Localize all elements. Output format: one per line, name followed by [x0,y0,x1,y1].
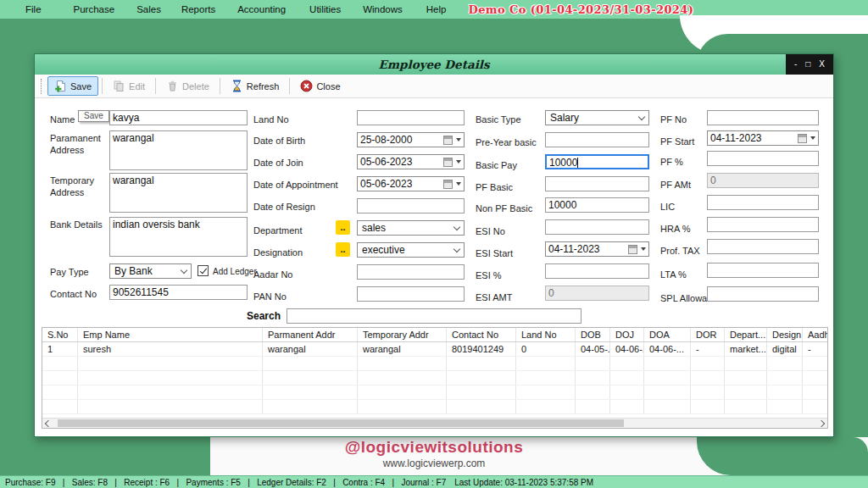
close-button[interactable]: Close [293,76,347,96]
save-tooltip: Save [78,110,109,122]
col-contact-no[interactable]: Contact No [447,328,516,341]
menu-reports[interactable]: Reports [176,3,220,16]
col-doa[interactable]: DOA [644,328,691,341]
department-select[interactable]: sales [357,220,465,236]
esi-no-input[interactable] [545,219,649,235]
date-of-resign-label: Date of Resign [253,201,315,213]
save-label: Save [70,81,92,92]
pf-start-value: 04-11-2023 [710,132,798,144]
col-doj[interactable]: DOJ [610,328,644,341]
pay-type-select[interactable]: By Bank [109,263,192,279]
aadar-no-input[interactable] [357,264,465,280]
lta-pct-input[interactable] [707,263,819,278]
menu-help[interactable]: Help [421,3,452,16]
check-icon [199,266,206,274]
name-input[interactable] [109,110,248,125]
table-row[interactable]: 1 suresh warangal warangal 8019401249 0 … [42,342,827,357]
esi-start-picker[interactable]: 04-11-2023 [545,241,649,257]
temporary-address-label: Temporary Address [50,175,103,199]
close-window-button[interactable]: X [819,60,825,69]
delete-button[interactable]: Delete [159,76,216,96]
cell-doa: 04-06-... [644,342,691,356]
land-no-input[interactable] [357,110,465,125]
designation-picker-button[interactable]: .. [336,242,350,257]
calendar-icon [628,245,637,254]
window-titlebar[interactable]: Employee Details - □ X [35,54,833,75]
grid-header-row: S.No Emp Name Parmanent Addr Temporary A… [42,328,827,342]
dropdown-arrow-icon [641,247,646,251]
pf-start-picker[interactable]: 04-11-2023 [707,130,819,146]
pf-no-input[interactable] [707,110,819,125]
non-pf-basic-input[interactable] [545,197,649,213]
refresh-button[interactable]: Refresh [224,76,287,96]
lic-input[interactable] [707,195,819,210]
esi-start-label: ESI Start [476,247,513,259]
scroll-right-arrow-icon[interactable] [815,419,827,429]
menu-windows[interactable]: Windows [358,3,408,16]
menu-purchase[interactable]: Purchase [69,3,120,16]
menu-accounting[interactable]: Accounting [232,3,291,16]
pf-basic-input[interactable] [545,176,649,191]
scrollbar-thumb[interactable] [58,419,624,427]
chevron-down-icon [453,223,460,230]
pre-year-basic-input[interactable] [545,132,649,147]
calendar-icon [443,158,453,167]
pf-pct-input[interactable] [707,151,819,166]
pan-no-input[interactable] [357,286,465,302]
add-ledger-checkbox[interactable] [198,265,209,276]
contact-no-input[interactable] [109,285,248,300]
col-dob[interactable]: DOB [576,328,610,341]
designation-select[interactable]: executive [357,242,465,258]
esi-amt-input [545,286,649,301]
date-of-appointment-picker[interactable]: 05-06-2023 [357,176,465,191]
minimize-button[interactable]: - [794,60,797,69]
col-temporary-addr[interactable]: Temporary Addr [358,328,447,341]
col-sno[interactable]: S.No [42,328,78,341]
toolbar-separator [155,78,156,94]
edit-icon [113,80,125,92]
cell-emp-name: suresh [78,342,263,356]
col-department[interactable]: Depart... [725,328,767,341]
col-dor[interactable]: DOR [691,328,725,341]
col-emp-name[interactable]: Emp Name [78,328,263,341]
statusbar-last-update: Last Update: 03-11-2023 5:37:58 PM [454,478,593,487]
basic-type-value: Salary [550,112,579,124]
date-of-birth-picker[interactable]: 25-08-2000 [357,132,465,147]
bank-details-textarea[interactable]: indian oversis bank [109,217,248,257]
search-input[interactable] [287,308,581,324]
save-button[interactable]: Save [47,76,98,96]
cell-dor: - [691,342,725,356]
cell-contact-no: 8019401249 [447,342,516,356]
toolbar-separator [220,78,220,94]
close-label: Close [316,81,340,92]
toolbar-separator [102,78,103,94]
col-land-no[interactable]: Land No [516,328,576,341]
pf-amt-input [707,173,819,188]
basic-type-select[interactable]: Salary [545,110,649,125]
col-designation[interactable]: Design... [767,328,803,341]
permanent-address-textarea[interactable]: warangal [109,130,248,170]
prof-tax-input[interactable] [707,239,819,254]
hra-pct-input[interactable] [707,217,819,232]
horizontal-scrollbar[interactable] [42,418,827,428]
scroll-left-arrow-icon[interactable] [42,419,54,429]
maximize-button[interactable]: □ [805,60,810,69]
cell-land-no: 0 [516,342,576,356]
temporary-address-textarea[interactable]: warangal [109,173,248,213]
toolbar-separator [289,78,290,94]
department-picker-button[interactable]: .. [336,220,350,235]
date-of-join-picker[interactable]: 05-06-2023 [357,154,465,169]
menu-sales[interactable]: Sales [131,3,166,16]
col-aadhar[interactable]: Aadhar [803,328,828,341]
date-of-birth-value: 25-08-2000 [360,134,443,146]
menu-utilities[interactable]: Utilities [304,3,346,16]
esi-pct-input[interactable] [545,263,649,279]
col-permanent-addr[interactable]: Parmanent Addr [263,328,358,341]
toolbar-grip[interactable] [41,79,42,94]
basic-pay-input[interactable]: 10000 [545,154,649,169]
spl-allowance-pct-input[interactable] [707,286,819,302]
date-of-resign-input[interactable] [357,198,465,214]
employee-grid: S.No Emp Name Parmanent Addr Temporary A… [42,327,828,429]
edit-button[interactable]: Edit [106,76,152,96]
menu-file[interactable]: File [20,3,47,16]
